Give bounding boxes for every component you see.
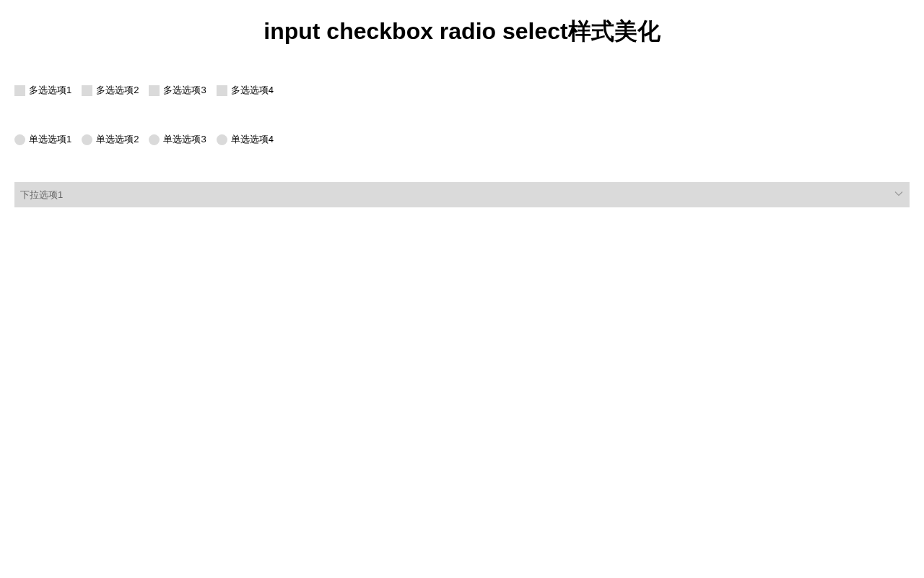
radio-label: 单选选项4 (231, 133, 274, 146)
radio-group: 单选选项1 单选选项2 单选选项3 单选选项4 (0, 133, 924, 146)
radio-option-1[interactable]: 单选选项1 (14, 133, 71, 146)
radio-icon (149, 134, 160, 145)
radio-option-4[interactable]: 单选选项4 (217, 133, 274, 146)
checkbox-option-1[interactable]: 多选选项1 (14, 84, 71, 97)
select-dropdown[interactable]: 下拉选项1 (14, 182, 910, 207)
checkbox-label: 多选选项2 (96, 84, 139, 97)
checkbox-label: 多选选项3 (163, 84, 206, 97)
checkbox-icon (217, 85, 227, 96)
radio-icon (82, 134, 92, 145)
page-title: input checkbox radio select样式美化 (0, 16, 924, 48)
checkbox-group: 多选选项1 多选选项2 多选选项3 多选选项4 (0, 84, 924, 97)
radio-label: 单选选项2 (96, 133, 139, 146)
radio-option-2[interactable]: 单选选项2 (82, 133, 139, 146)
select-wrap: 下拉选项1 (0, 182, 924, 207)
checkbox-icon (14, 85, 25, 96)
checkbox-icon (149, 85, 160, 96)
select-selected-label: 下拉选项1 (20, 189, 63, 202)
radio-icon (217, 134, 227, 145)
radio-option-3[interactable]: 单选选项3 (149, 133, 206, 146)
checkbox-label: 多选选项1 (29, 84, 71, 97)
checkbox-label: 多选选项4 (231, 84, 274, 97)
checkbox-option-2[interactable]: 多选选项2 (82, 84, 139, 97)
radio-icon (14, 134, 25, 145)
checkbox-option-4[interactable]: 多选选项4 (217, 84, 274, 97)
radio-label: 单选选项3 (163, 133, 206, 146)
chevron-down-icon (894, 189, 904, 202)
checkbox-option-3[interactable]: 多选选项3 (149, 84, 206, 97)
radio-label: 单选选项1 (29, 133, 71, 146)
checkbox-icon (82, 85, 92, 96)
